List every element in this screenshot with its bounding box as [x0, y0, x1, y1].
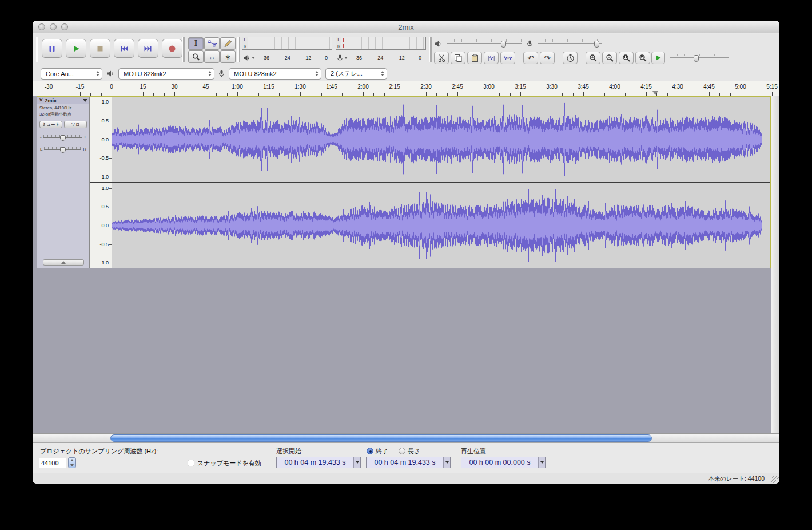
length-radio-label: 長さ [408, 448, 420, 454]
mixer-toolbar-grip[interactable] [429, 37, 432, 62]
playback-meter-scale: -36-24-120 [256, 55, 332, 61]
zoom-tool-button[interactable] [188, 50, 204, 63]
track-area[interactable]: ✕ 2mix Stereo, 44100Hz 32-bit浮動小数点 ミュート … [33, 96, 779, 433]
track-collapse-button[interactable] [43, 259, 84, 266]
skip-to-start-button[interactable] [114, 39, 134, 58]
recording-meter[interactable]: L R -36- [336, 37, 426, 65]
timeshift-tool-button[interactable]: ↔ [204, 50, 220, 63]
ruler-tick [363, 92, 364, 96]
track-close-button[interactable]: ✕ [39, 98, 43, 103]
selection-end-timefield[interactable]: 00 h 04 m 19.433 s [366, 457, 451, 468]
playhead-marker-icon[interactable] [652, 91, 658, 95]
audio-host-select[interactable]: Core Au... [41, 68, 102, 80]
ruler-time-label: 4:00 [609, 84, 620, 90]
track-control-panel: ✕ 2mix Stereo, 44100Hz 32-bit浮動小数点 ミュート … [37, 97, 90, 268]
silence-button[interactable] [500, 52, 515, 64]
track-menu-button[interactable] [83, 99, 87, 102]
ruler-time-label: 5:15 [766, 84, 777, 90]
playback-meter-menu[interactable] [242, 54, 256, 62]
pan-slider-thumb[interactable] [60, 147, 66, 153]
selection-length-option[interactable]: 長さ [399, 447, 420, 456]
vertical-ruler-left[interactable]: 1.00.50.0-0.5-1.0 [90, 97, 112, 182]
redo-button[interactable]: ↷ [540, 52, 555, 64]
window-resize-grip[interactable] [771, 476, 779, 483]
snap-checkbox[interactable] [188, 460, 194, 466]
project-rate-stepper[interactable] [68, 457, 76, 468]
waveform-canvas-left[interactable] [112, 97, 770, 182]
ruler-time-label: 4:30 [672, 84, 683, 90]
channel-right: 1.00.50.0-0.5-1.0 [90, 183, 770, 268]
ruler-tick [416, 93, 416, 96]
meter-toolbar-grip[interactable] [237, 37, 240, 62]
mute-button[interactable]: ミュート [39, 121, 62, 128]
title-bar[interactable]: 2mix [33, 21, 779, 33]
timeline-ruler[interactable]: -30-1501530451:001:151:301:452:002:152:3… [33, 81, 779, 96]
waveform-canvas-right[interactable] [112, 183, 770, 268]
input-volume-thumb[interactable] [594, 41, 599, 48]
draw-tool-button[interactable] [220, 37, 236, 50]
scissors-icon [437, 54, 446, 62]
vertical-ruler-label: -1.0 [99, 174, 109, 180]
meter-channel-label: L [336, 37, 341, 43]
copy-button[interactable] [451, 52, 465, 64]
play-button[interactable] [66, 39, 86, 58]
input-channels-select[interactable]: 2 (ステレ... [325, 68, 387, 80]
play-icon [71, 44, 81, 53]
vertical-ruler-right[interactable]: 1.00.50.0-0.5-1.0 [90, 183, 112, 268]
vertical-scrollbar[interactable] [771, 96, 779, 433]
playback-position-timefield[interactable]: 00 h 00 m 00.000 s [461, 457, 546, 468]
audio-track[interactable]: ✕ 2mix Stereo, 44100Hz 32-bit浮動小数点 ミュート … [37, 96, 771, 268]
undo-button[interactable]: ↶ [523, 52, 538, 64]
output-volume-thumb[interactable] [501, 41, 506, 48]
selection-start-timefield[interactable]: 00 h 04 m 19.433 s [276, 457, 361, 468]
output-device-select[interactable]: MOTU 828mk2 [118, 68, 214, 80]
selection-end-option[interactable]: 終了 [367, 447, 388, 456]
clock-icon [566, 54, 575, 62]
output-volume-slider[interactable] [447, 39, 522, 48]
meter-scale-value: -12 [397, 55, 405, 61]
input-volume-slider[interactable] [538, 39, 602, 48]
project-rate-input[interactable] [39, 458, 66, 468]
fit-project-button[interactable] [635, 52, 650, 64]
ruler-time-label: 2:00 [357, 84, 368, 90]
timer-record-button[interactable] [563, 52, 578, 64]
envelope-tool-button[interactable] [204, 37, 220, 50]
timefield-menu-button[interactable] [538, 457, 545, 468]
selection-tool-button[interactable]: I [188, 37, 204, 50]
multi-tool-button[interactable]: ∗ [220, 50, 236, 63]
trim-outside-button[interactable] [484, 52, 499, 64]
ruler-tick [594, 93, 594, 96]
play-speed-thumb[interactable] [694, 55, 699, 62]
zoom-out-button[interactable] [602, 52, 617, 64]
horizontal-scrollbar[interactable] [33, 433, 779, 442]
input-device-select[interactable]: MOTU 828mk2 [229, 68, 321, 80]
ruler-tick [688, 93, 688, 96]
playback-meter[interactable]: L R -36-24-120 [242, 37, 332, 65]
paste-button[interactable] [467, 52, 482, 64]
zoom-in-button[interactable] [586, 52, 600, 64]
cut-button[interactable] [434, 52, 449, 64]
skip-to-end-button[interactable] [138, 39, 158, 58]
silence-icon [504, 54, 512, 62]
pan-slider[interactable] [44, 145, 81, 152]
transport-toolbar-grip[interactable] [36, 37, 38, 62]
horizontal-scrollbar-thumb[interactable] [110, 434, 652, 442]
play-at-speed-button[interactable] [651, 52, 665, 64]
stop-button[interactable] [90, 39, 110, 58]
gain-slider[interactable] [43, 133, 82, 140]
play-speed-slider[interactable] [670, 54, 729, 62]
timefield-menu-button[interactable] [443, 457, 450, 468]
timefield-menu-button[interactable] [353, 457, 360, 468]
vertical-ruler-label: -0.5 [99, 242, 109, 247]
gain-slider-thumb[interactable] [60, 135, 66, 141]
recording-meter-menu[interactable] [336, 54, 349, 62]
snap-mode-option[interactable]: スナップモードを有効 [188, 459, 261, 468]
ruler-tick [143, 92, 144, 96]
fit-selection-button[interactable] [619, 52, 634, 64]
length-radio[interactable] [399, 448, 405, 454]
pause-button[interactable] [42, 39, 62, 58]
end-radio[interactable] [367, 448, 373, 454]
solo-button[interactable]: ソロ [64, 121, 87, 128]
tools-toolbar-grip[interactable] [182, 37, 185, 62]
record-button[interactable] [162, 39, 182, 58]
